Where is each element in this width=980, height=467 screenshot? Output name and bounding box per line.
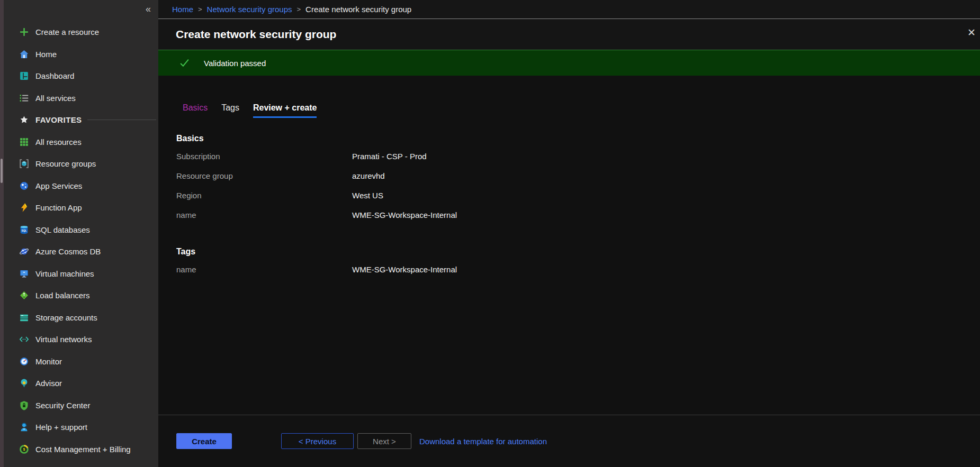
review-row-name: name WME-SG-Workspace-Internal (176, 205, 980, 225)
page-title: Create network security group (176, 28, 336, 41)
sidebar-item-virtual-networks[interactable]: Virtual networks (4, 328, 158, 351)
sidebar-item-app-services[interactable]: App Services (4, 175, 158, 197)
sidebar-item-help-support[interactable]: Help + support (4, 416, 158, 438)
breadcrumb-separator: > (297, 5, 301, 13)
row-label: name (176, 265, 352, 274)
shield-lock-icon (19, 400, 29, 410)
tags-row-name: name WME-SG-Workspace-Internal (176, 260, 980, 279)
row-value: WME-SG-Workspace-Internal (352, 265, 457, 274)
tags-section-heading: Tags (176, 247, 980, 257)
sidebar-item-all-services[interactable]: All services (4, 87, 158, 109)
next-button[interactable]: Next > (357, 433, 411, 449)
vnet-brackets-icon (19, 334, 29, 344)
sidebar-item-advisor[interactable]: Advisor (4, 372, 158, 395)
left-edge-scrollbar-thumb[interactable] (1, 159, 3, 183)
row-label: Region (176, 191, 352, 200)
window-edge-strip (0, 0, 4, 467)
validation-message: Validation passed (204, 59, 266, 68)
sidebar-item-dashboard[interactable]: Dashboard (4, 65, 158, 87)
validation-banner: Validation passed (158, 50, 980, 76)
gauge-icon (19, 356, 29, 367)
sidebar-item-sql-databases[interactable]: SQL SQL databases (4, 219, 158, 241)
support-person-icon (19, 422, 29, 432)
breadcrumb-current: Create network security group (305, 5, 411, 14)
favorites-divider (87, 120, 157, 120)
star-icon (19, 115, 29, 125)
breadcrumb-nsg-link[interactable]: Network security groups (207, 5, 292, 14)
tab-bar: Basics Tags Review + create (183, 103, 980, 118)
lightning-icon (19, 203, 29, 213)
sidebar-item-storage-accounts[interactable]: Storage accounts (4, 307, 158, 329)
row-value: West US (352, 191, 383, 200)
app-services-globe-icon (19, 181, 29, 191)
grid-icon (19, 137, 29, 147)
row-value: azurevhd (352, 171, 385, 180)
sidebar-item-security-center[interactable]: Security Center (4, 395, 158, 417)
review-content: Basics Tags Review + create Basics Subsc… (158, 76, 980, 415)
check-icon (179, 58, 190, 68)
breadcrumb-separator: > (198, 5, 202, 13)
list-icon (19, 93, 29, 103)
svg-text:SQL: SQL (22, 230, 27, 232)
previous-button[interactable]: < Previous (281, 433, 354, 449)
tab-review-create[interactable]: Review + create (253, 103, 317, 118)
tab-tags[interactable]: Tags (221, 103, 239, 118)
create-button[interactable]: Create (176, 433, 232, 449)
sql-database-icon: SQL (19, 225, 29, 235)
review-row-region: Region West US (176, 186, 980, 205)
load-balancer-diamond-icon (19, 290, 29, 300)
cost-donut-icon: $ (19, 444, 29, 454)
cube-brackets-icon (19, 159, 29, 169)
sidebar-item-all-resources[interactable]: All resources (4, 131, 158, 153)
sidebar-item-monitor[interactable]: Monitor (4, 351, 158, 373)
close-icon[interactable]: ✕ (967, 28, 976, 38)
review-row-resource-group: Resource group azurevhd (176, 166, 980, 186)
download-template-link[interactable]: Download a template for automation (419, 437, 547, 446)
review-row-subscription: Subscription Pramati - CSP - Prod (176, 146, 980, 166)
basics-section-heading: Basics (176, 134, 980, 143)
breadcrumb-home-link[interactable]: Home (172, 5, 193, 14)
sidebar-item-function-app[interactable]: Function App (4, 197, 158, 219)
page-header: Create network security group ✕ (158, 19, 980, 50)
footer-bar: Create < Previous Next > Download a temp… (158, 415, 980, 467)
sidebar-item-load-balancers[interactable]: Load balancers (4, 285, 158, 307)
sidebar-item-cost-management-billing[interactable]: $ Cost Management + Billing (4, 438, 158, 461)
row-label: Resource group (176, 171, 352, 180)
row-value: WME-SG-Workspace-Internal (352, 210, 457, 219)
storage-stack-icon (19, 313, 29, 323)
sidebar-collapse-icon[interactable]: « (146, 4, 151, 14)
sidebar-item-virtual-machines[interactable]: Virtual machines (4, 263, 158, 285)
row-label: Subscription (176, 152, 352, 161)
sidebar-item-azure-cosmos-db[interactable]: Azure Cosmos DB (4, 241, 158, 263)
sidebar-item-home[interactable]: Home (4, 43, 158, 66)
advisor-badge-icon (19, 378, 29, 388)
sidebar-nav: Create a resource Home Dashboard All ser… (4, 0, 158, 460)
home-icon (19, 49, 29, 59)
plus-icon (19, 27, 29, 37)
sidebar-item-resource-groups[interactable]: Resource groups (4, 153, 158, 175)
breadcrumb: Home > Network security groups > Create … (158, 0, 980, 19)
main-panel: Home > Network security groups > Create … (158, 0, 980, 467)
dashboard-icon (19, 71, 29, 81)
row-label: name (176, 210, 352, 219)
sidebar-item-create-a-resource[interactable]: Create a resource (4, 21, 158, 43)
sidebar-favorites-header: FAVORITES (4, 109, 158, 131)
tab-basics[interactable]: Basics (183, 103, 208, 118)
svg-text:$: $ (23, 447, 25, 452)
planet-ring-icon (19, 246, 29, 257)
sidebar: « Create a resource Home Dashboard All s… (4, 0, 158, 467)
row-value: Pramati - CSP - Prod (352, 152, 427, 161)
vm-monitor-icon (19, 269, 29, 279)
